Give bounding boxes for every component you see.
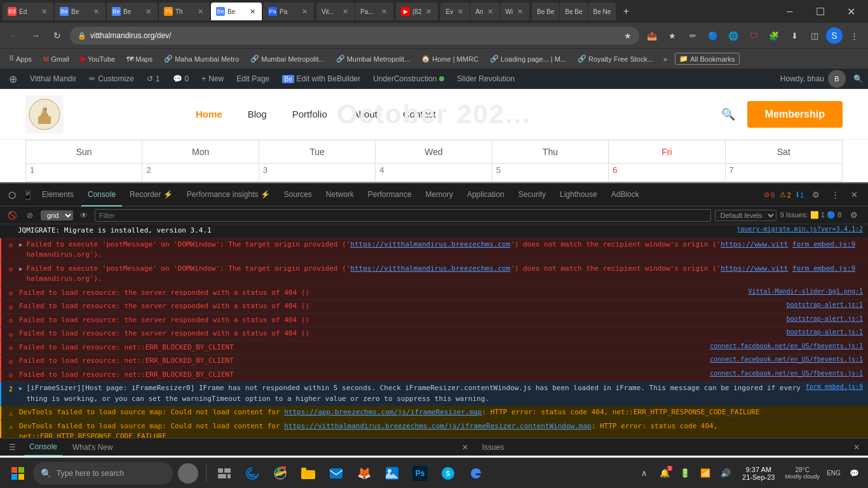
taskbar-photos[interactable] (379, 461, 405, 486)
tab-yt[interactable]: ▶(82✕ (396, 3, 438, 20)
bookmark-gmail[interactable]: M Gmail (39, 54, 73, 64)
nav-home[interactable]: Home (191, 106, 227, 122)
tab-1[interactable]: Ed Ed ✕ (3, 3, 53, 20)
dt-bottom-console[interactable]: Console (24, 438, 62, 456)
taskbar-photoshop[interactable]: Ps (407, 461, 433, 486)
tab-an[interactable]: An✕ (470, 3, 499, 20)
blocked-2-link[interactable]: connect.facebook.net/en_US/fbevents.js:1 (710, 356, 863, 363)
log-level-select[interactable]: Default levels (715, 210, 776, 221)
forward-button[interactable]: → (27, 27, 44, 44)
notification-button[interactable]: 💬 (845, 464, 863, 482)
site-search-button[interactable]: 🔍 (717, 103, 740, 126)
404-4-link[interactable]: bootstrap-alert.js:1 (787, 329, 863, 336)
tab-4[interactable]: Th Th ✕ (159, 3, 210, 20)
dt-tab-memory[interactable]: Memory (419, 184, 459, 207)
wp-customize[interactable]: ✏ Customize (85, 69, 138, 89)
new-tab-button[interactable]: + (617, 3, 635, 20)
dt-tab-adblock[interactable]: AdBlock (605, 184, 646, 207)
tray-alert-icon[interactable]: 🔔 1 (656, 464, 674, 482)
translate-icon[interactable]: 🌐 (724, 27, 742, 44)
nav-contact[interactable]: Contact (398, 106, 441, 122)
taskbar-chrome[interactable] (268, 461, 293, 486)
bookmark-royalty[interactable]: 🔗 Royalty Free Stock... (574, 53, 657, 64)
dt-settings-btn[interactable]: ⚙ (807, 186, 825, 204)
tray-network-icon[interactable]: 📶 (696, 464, 714, 482)
wp-edit-page[interactable]: Edit Page (233, 69, 273, 89)
dt-tab-elements[interactable]: Elements (36, 184, 80, 207)
membership-button[interactable]: Membership (747, 101, 843, 128)
ad-block-icon[interactable]: 🛡 (745, 27, 763, 44)
bookmark-mmrc[interactable]: 🏠 Home | MMRC (417, 53, 482, 64)
clear-console-btn[interactable]: 🚫 (5, 208, 19, 222)
console-settings-btn[interactable]: ⚙ (845, 207, 863, 224)
sidebar-icon[interactable]: ◫ (806, 27, 824, 44)
taskbar-firefox[interactable]: 🦊 (351, 461, 377, 486)
profile-icon[interactable]: S (826, 27, 843, 44)
wp-site-name[interactable]: Vitthal Mandir (26, 69, 80, 89)
weather-widget[interactable]: 28°C Mostly cloudy (782, 466, 822, 480)
console-filter-input[interactable] (95, 209, 711, 222)
tray-up-arrow[interactable]: ∧ (635, 464, 653, 482)
jqmigrate-link[interactable]: jquery-migrate.min.js?ver=3.4.1:2 (736, 226, 863, 233)
bookmark-loading[interactable]: 🔗 Loading page... | M... (486, 53, 570, 64)
dt-tab-performance[interactable]: Performance (362, 184, 418, 207)
wp-logo[interactable]: ⊕ (5, 69, 21, 89)
start-button[interactable] (5, 461, 31, 486)
minimize-button[interactable]: – (775, 0, 804, 23)
extensions-icon[interactable]: 🧩 (765, 27, 783, 44)
nav-portfolio[interactable]: Portfolio (287, 106, 332, 122)
tab-close-5[interactable]: ✕ (248, 7, 257, 16)
wp-bebuilder[interactable]: Be Edit with BeBuilder (278, 69, 364, 89)
wp-updates[interactable]: ↺ 1 (143, 69, 164, 89)
dt-tab-lighthouse[interactable]: Lighthouse (553, 184, 604, 207)
tab-close-1[interactable]: ✕ (39, 7, 48, 16)
tab-6[interactable]: Pa Pa ✕ (263, 3, 314, 20)
tab-5-active[interactable]: Be Be ✕ (211, 3, 262, 20)
tab-ev[interactable]: Ev✕ (440, 3, 470, 20)
tray-battery-icon[interactable]: 🔋 (676, 464, 694, 482)
maximize-button[interactable]: ☐ (806, 0, 835, 23)
tab-close-4[interactable]: ✕ (196, 7, 205, 16)
nav-about[interactable]: About (348, 106, 383, 122)
tab-wi[interactable]: Wi✕ (500, 3, 529, 20)
tab-close-7[interactable]: ✕ (341, 7, 349, 16)
iframe-link[interactable]: form embed.js:9 (806, 383, 863, 390)
tab-close-yt[interactable]: ✕ (424, 7, 433, 16)
dt-tab-perf-insights[interactable]: Performance insights ⚡ (180, 184, 276, 207)
blocked-3-link[interactable]: connect.facebook.net/en_US/fbevents.js:1 (710, 370, 863, 377)
color-picker-icon[interactable]: ✏ (684, 27, 702, 44)
bookmark-maha[interactable]: 🔗 Maha Mumbai Metro (160, 53, 243, 64)
tab-8[interactable]: Pa...✕ (355, 3, 393, 20)
tab-be-group[interactable]: Be Be (532, 3, 559, 20)
dt-device-btn[interactable]: 📱 (20, 188, 34, 202)
wp-slider[interactable]: Slider Revolution (453, 69, 519, 89)
eye-btn[interactable]: 👁 (77, 208, 91, 222)
dt-more-btn[interactable]: ⋮ (826, 186, 844, 204)
dt-tab-sources[interactable]: Sources (278, 184, 318, 207)
dt-close-bottom[interactable]: ✕ (850, 441, 863, 454)
bookmarks-more[interactable]: » (661, 54, 670, 64)
dt-tab-console[interactable]: Console (81, 184, 122, 207)
taskbar-user-photo[interactable] (175, 461, 201, 486)
taskbar-mail[interactable] (323, 461, 349, 486)
tab-2[interactable]: Be Be ✕ (55, 3, 105, 20)
taskbar-skype[interactable]: S (435, 461, 461, 486)
filter-toggle-btn[interactable]: ⊘ (23, 208, 37, 222)
tab-close-8[interactable]: ✕ (379, 7, 388, 16)
taskbar-edge[interactable] (240, 461, 265, 486)
wp-search-btn[interactable]: 🔍 (853, 74, 863, 83)
dt-bottom-whatsnew[interactable]: What's New (67, 438, 118, 456)
expand-iframe[interactable]: ▶ (19, 385, 22, 391)
dt-bottom-issues[interactable]: Issues (477, 438, 509, 456)
wp-avatar[interactable]: B (828, 70, 846, 88)
tab-be-ne[interactable]: Be Ne (588, 3, 616, 20)
dt-tab-network[interactable]: Network (320, 184, 360, 207)
blocked-1-link[interactable]: connect.facebook.net/en_US/fbevents.js:1 (710, 342, 863, 349)
chrome-icon[interactable]: 🔵 (704, 27, 722, 44)
tab-be-group2[interactable]: Be Be (560, 3, 587, 20)
wp-underconstruction[interactable]: UnderConstruction (369, 69, 448, 89)
taskbar-google[interactable] (463, 461, 489, 486)
dt-tab-recorder[interactable]: Recorder ⚡ (123, 184, 179, 207)
dt-tab-security[interactable]: Security (512, 184, 552, 207)
wp-new[interactable]: + New (198, 69, 227, 89)
